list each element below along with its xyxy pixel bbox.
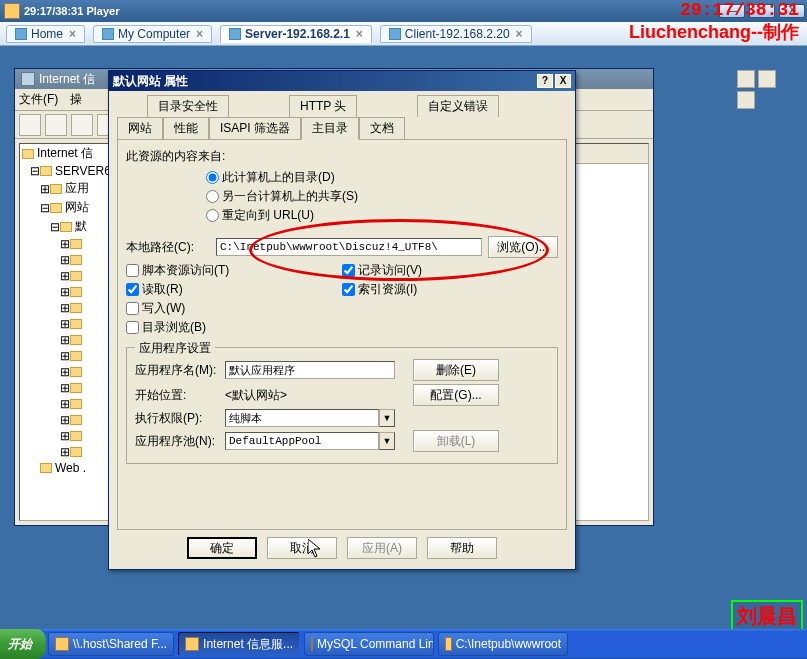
close-icon[interactable]: × xyxy=(356,27,363,41)
tab-custom-errors[interactable]: 自定义错误 xyxy=(417,95,499,117)
folder-icon xyxy=(40,463,52,473)
tab-website[interactable]: 网站 xyxy=(117,117,163,139)
tree-subfolder-8[interactable]: ⊞ xyxy=(20,348,114,364)
bg-maximize-button[interactable] xyxy=(758,70,776,88)
server-icon xyxy=(40,166,52,176)
help-button[interactable]: 帮助 xyxy=(427,537,497,559)
iis-tree[interactable]: Internet 信 ⊟ SERVER6 ⊞ 应用 ⊟ 网站 ⊟ 默 ⊞ ⊞ ⊞… xyxy=(19,143,115,521)
close-button[interactable]: X xyxy=(555,74,571,88)
close-icon[interactable]: × xyxy=(196,27,203,41)
tree-subfolder-9[interactable]: ⊞ xyxy=(20,364,114,380)
remove-button[interactable]: 删除(E) xyxy=(413,359,499,381)
check-read[interactable]: 读取(R) xyxy=(126,281,342,298)
dialog-titlebar[interactable]: 默认网站 属性 ? X xyxy=(109,71,575,91)
toolbar-forward[interactable] xyxy=(45,114,67,136)
start-button[interactable]: 开始 xyxy=(0,629,46,659)
tree-subfolder-5[interactable]: ⊞ xyxy=(20,300,114,316)
menu-file[interactable]: 文件(F) xyxy=(19,91,58,108)
help-button[interactable]: ? xyxy=(537,74,553,88)
radio-redirect[interactable]: 重定向到 URL(U) xyxy=(206,207,558,224)
tree-webext[interactable]: Web . xyxy=(20,460,114,476)
exec-perm-combo[interactable] xyxy=(225,409,379,427)
tab-documents[interactable]: 文档 xyxy=(359,117,405,139)
app-pool-combo[interactable] xyxy=(225,432,379,450)
folder-icon xyxy=(70,239,82,249)
close-icon[interactable]: × xyxy=(516,27,523,41)
toolbar-up[interactable] xyxy=(71,114,93,136)
unload-button[interactable]: 卸载(L) xyxy=(413,430,499,452)
iis-title-text: Internet 信 xyxy=(39,71,95,88)
folder-icon xyxy=(70,399,82,409)
tree-websites[interactable]: ⊟ 网站 xyxy=(20,198,114,217)
tree-subfolder-14[interactable]: ⊞ xyxy=(20,444,114,460)
folder-icon xyxy=(70,287,82,297)
guest-desktop: Internet 信 文件(F) 操 Internet 信 ⊟ SERVER6 … xyxy=(0,46,807,659)
globe-icon xyxy=(60,222,72,232)
tab-strip: 目录安全性 HTTP 头 自定义错误 网站 性能 ISAPI 筛选器 主目录 文… xyxy=(117,95,567,140)
check-script-access[interactable]: 脚本资源访问(T) xyxy=(126,262,342,279)
start-point-label: 开始位置: xyxy=(135,387,225,404)
check-write[interactable]: 写入(W) xyxy=(126,300,342,317)
tab-http-header[interactable]: HTTP 头 xyxy=(289,95,357,117)
tab-home-dir[interactable]: 主目录 xyxy=(301,117,359,140)
tree-server[interactable]: ⊟ SERVER6 xyxy=(20,163,114,179)
tab-my-computer[interactable]: My Computer× xyxy=(93,25,212,43)
tab-server[interactable]: Server-192.168.2.1× xyxy=(220,25,372,43)
tab-home[interactable]: Home× xyxy=(6,25,85,43)
tab-isapi[interactable]: ISAPI 筛选器 xyxy=(209,117,301,139)
tree-default-site[interactable]: ⊟ 默 xyxy=(20,217,114,236)
tree-apppools[interactable]: ⊞ 应用 xyxy=(20,179,114,198)
dialog-title: 默认网站 属性 xyxy=(113,73,188,90)
tree-subfolder-4[interactable]: ⊞ xyxy=(20,284,114,300)
tree-subfolder-10[interactable]: ⊞ xyxy=(20,380,114,396)
tree-subfolder-2[interactable]: ⊞ xyxy=(20,252,114,268)
content-source-radios: 此计算机上的目录(D) 另一台计算机上的共享(S) 重定向到 URL(U) xyxy=(206,169,558,224)
folder-icon xyxy=(70,319,82,329)
taskbar: 开始 \\.host\Shared F... Internet 信息服... M… xyxy=(0,629,807,659)
toolbar-back[interactable] xyxy=(19,114,41,136)
folder-icon xyxy=(70,447,82,457)
vmware-title: 29:17/38:31 Player xyxy=(24,5,717,17)
watermark-time: 29:17/38:31 xyxy=(680,0,799,20)
tree-subfolder-13[interactable]: ⊞ xyxy=(20,428,114,444)
tree-subfolder-3[interactable]: ⊞ xyxy=(20,268,114,284)
apply-button[interactable]: 应用(A) xyxy=(347,537,417,559)
tree-subfolder-1[interactable]: ⊞ xyxy=(20,236,114,252)
menu-action[interactable]: 操 xyxy=(70,91,82,108)
close-icon[interactable]: × xyxy=(69,27,76,41)
ok-button[interactable]: 确定 xyxy=(187,537,257,559)
tree-subfolder-7[interactable]: ⊞ xyxy=(20,332,114,348)
radio-local-dir[interactable]: 此计算机上的目录(D) xyxy=(206,169,558,186)
tree-subfolder-11[interactable]: ⊞ xyxy=(20,396,114,412)
chevron-down-icon[interactable]: ▼ xyxy=(379,432,395,450)
local-path-label: 本地路径(C): xyxy=(126,239,216,256)
computer-icon xyxy=(102,28,114,40)
task-item-iis[interactable]: Internet 信息服... xyxy=(178,632,300,656)
config-button[interactable]: 配置(G)... xyxy=(413,384,499,406)
local-path-input[interactable] xyxy=(216,238,482,256)
chevron-down-icon[interactable]: ▼ xyxy=(379,409,395,427)
dialog-button-row: 确定 取消 应用(A) 帮助 xyxy=(109,537,575,559)
task-item-wwwroot[interactable]: C:\Inetpub\wwwroot xyxy=(438,632,568,656)
task-item-mysql[interactable]: MySQL Command Lin... xyxy=(304,632,434,656)
bg-minimize-button[interactable] xyxy=(737,70,755,88)
app-settings-group: 应用程序设置 应用程序名(M): 删除(E) 开始位置: <默认网站> 配置(G… xyxy=(126,347,558,464)
tree-subfolder-12[interactable]: ⊞ xyxy=(20,412,114,428)
browse-button[interactable]: 浏览(O)... xyxy=(488,236,558,258)
tree-root[interactable]: Internet 信 xyxy=(20,144,114,163)
content-source-label: 此资源的内容来自: xyxy=(126,148,558,165)
tab-performance[interactable]: 性能 xyxy=(163,117,209,139)
app-name-input[interactable] xyxy=(225,361,395,379)
tree-subfolder-6[interactable]: ⊞ xyxy=(20,316,114,332)
tab-client[interactable]: Client-192.168.2.20× xyxy=(380,25,532,43)
cancel-button[interactable]: 取消 xyxy=(267,537,337,559)
check-index[interactable]: 索引资源(I) xyxy=(342,281,558,298)
client-icon xyxy=(389,28,401,40)
task-item-shared-folders[interactable]: \\.host\Shared F... xyxy=(48,632,174,656)
check-dir-browse[interactable]: 目录浏览(B) xyxy=(126,319,342,336)
tab-dir-security[interactable]: 目录安全性 xyxy=(147,95,229,117)
radio-share[interactable]: 另一台计算机上的共享(S) xyxy=(206,188,558,205)
bg-close-button[interactable] xyxy=(737,91,755,109)
check-log-visits[interactable]: 记录访问(V) xyxy=(342,262,558,279)
folder-icon xyxy=(445,637,452,651)
